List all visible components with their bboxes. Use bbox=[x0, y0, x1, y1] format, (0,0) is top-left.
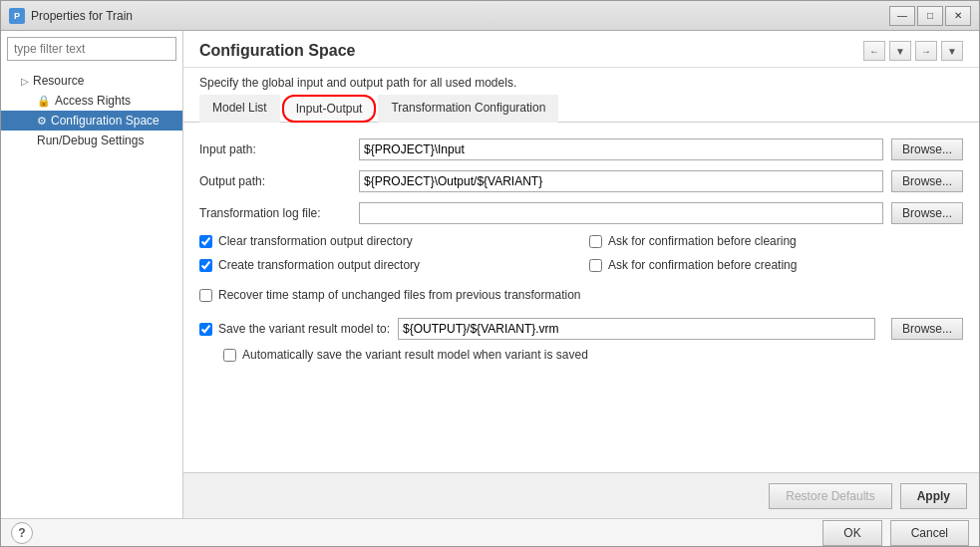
checkbox-create-output: Create transformation output directory bbox=[199, 258, 573, 272]
clear-output-checkbox[interactable] bbox=[199, 235, 212, 248]
ask-confirm-clear-label: Ask for confirmation before clearing bbox=[608, 234, 797, 248]
close-button[interactable]: ✕ bbox=[945, 6, 971, 26]
content-area: ▷ Resource 🔒 Access Rights ⚙ Configurati… bbox=[1, 31, 979, 518]
input-path-browse-button[interactable]: Browse... bbox=[891, 138, 963, 160]
tab-input-output[interactable]: Input-Output bbox=[282, 95, 377, 123]
input-path-input[interactable] bbox=[359, 138, 883, 160]
output-path-input[interactable] bbox=[359, 170, 883, 192]
save-variant-browse-button[interactable]: Browse... bbox=[891, 318, 963, 340]
output-path-label: Output path: bbox=[199, 174, 359, 188]
sidebar-item-label: Run/Debug Settings bbox=[37, 134, 144, 147]
cancel-button[interactable]: Cancel bbox=[890, 520, 969, 546]
nav-arrows: ← ▼ → ▼ bbox=[863, 41, 963, 61]
expand-icon: ▷ bbox=[21, 76, 29, 87]
sidebar-item-label: Resource bbox=[33, 74, 84, 88]
ok-button[interactable]: OK bbox=[822, 520, 881, 546]
auto-save-row: Automatically save the variant result mo… bbox=[199, 348, 963, 362]
ask-confirm-create-checkbox[interactable] bbox=[589, 259, 602, 272]
title-bar: P Properties for Train — □ ✕ bbox=[1, 1, 979, 31]
sidebar-item-label: Access Rights bbox=[55, 94, 131, 108]
sidebar-item-configuration-space[interactable]: ⚙ Configuration Space bbox=[1, 111, 182, 131]
tabs-bar: Model List Input-Output Transformation C… bbox=[183, 94, 979, 123]
tab-model-list[interactable]: Model List bbox=[199, 95, 280, 123]
panel-header: Configuration Space ← ▼ → ▼ bbox=[183, 31, 979, 68]
recover-timestamp-label: Recover time stamp of unchanged files fr… bbox=[218, 288, 581, 302]
checkbox-ask-confirm-create: Ask for confirmation before creating bbox=[589, 258, 963, 272]
panel-subtitle: Specify the global input and output path… bbox=[183, 68, 979, 94]
output-path-row: Output path: Browse... bbox=[199, 170, 963, 192]
checkbox-ask-confirm-clear: Ask for confirmation before clearing bbox=[589, 234, 963, 248]
window-title: Properties for Train bbox=[31, 9, 889, 23]
apply-button[interactable]: Apply bbox=[900, 483, 967, 509]
nav-forward-dropdown-button[interactable]: ▼ bbox=[941, 41, 963, 61]
transform-log-input[interactable] bbox=[359, 202, 883, 224]
nav-dropdown-button[interactable]: ▼ bbox=[889, 41, 911, 61]
tab-transformation-config[interactable]: Transformation Configuration bbox=[378, 95, 558, 123]
main-panel: Configuration Space ← ▼ → ▼ Specify the … bbox=[183, 31, 979, 518]
save-variant-label: Save the variant result model to: bbox=[218, 322, 390, 336]
recover-timestamp-checkbox[interactable] bbox=[199, 289, 212, 302]
transform-log-browse-button[interactable]: Browse... bbox=[891, 202, 963, 224]
clear-output-label: Clear transformation output directory bbox=[218, 234, 413, 248]
restore-defaults-button[interactable]: Restore Defaults bbox=[769, 483, 891, 509]
sidebar-item-resource[interactable]: ▷ Resource bbox=[1, 71, 182, 91]
checkboxes-grid: Clear transformation output directory As… bbox=[199, 234, 963, 278]
create-output-checkbox[interactable] bbox=[199, 259, 212, 272]
sidebar-item-label: Configuration Space bbox=[51, 114, 160, 128]
auto-save-checkbox[interactable] bbox=[223, 349, 236, 362]
panel-body: Input path: Browse... Output path: Brows… bbox=[183, 123, 979, 472]
input-path-label: Input path: bbox=[199, 142, 359, 156]
minimize-button[interactable]: — bbox=[889, 6, 915, 26]
bottom-bar: Restore Defaults Apply bbox=[183, 472, 979, 518]
window-controls: — □ ✕ bbox=[889, 6, 971, 26]
create-output-label: Create transformation output directory bbox=[218, 258, 420, 272]
output-path-browse-button[interactable]: Browse... bbox=[891, 170, 963, 192]
auto-save-label: Automatically save the variant result mo… bbox=[242, 348, 588, 362]
save-variant-row: Save the variant result model to: Browse… bbox=[199, 318, 963, 340]
help-button[interactable]: ? bbox=[11, 522, 33, 544]
sidebar-item-access-rights[interactable]: 🔒 Access Rights bbox=[1, 91, 182, 111]
checkbox-clear-output: Clear transformation output directory bbox=[199, 234, 573, 248]
nav-forward-button[interactable]: → bbox=[915, 41, 937, 61]
main-window: P Properties for Train — □ ✕ ▷ Resource … bbox=[0, 0, 980, 547]
panel-title: Configuration Space bbox=[199, 42, 355, 60]
final-buttons: OK Cancel bbox=[822, 520, 969, 546]
ask-confirm-create-label: Ask for confirmation before creating bbox=[608, 258, 797, 272]
recover-timestamp-row: Recover time stamp of unchanged files fr… bbox=[199, 288, 963, 302]
save-variant-checkbox[interactable] bbox=[199, 323, 212, 336]
maximize-button[interactable]: □ bbox=[917, 6, 943, 26]
save-checkbox-group: Save the variant result model to: bbox=[199, 322, 390, 336]
sidebar: ▷ Resource 🔒 Access Rights ⚙ Configurati… bbox=[1, 31, 183, 518]
sidebar-item-run-debug[interactable]: Run/Debug Settings bbox=[1, 131, 182, 150]
nav-back-button[interactable]: ← bbox=[863, 41, 885, 61]
input-path-row: Input path: Browse... bbox=[199, 138, 963, 160]
window-icon: P bbox=[9, 8, 25, 24]
config-space-icon: ⚙ bbox=[37, 115, 47, 128]
access-rights-icon: 🔒 bbox=[37, 95, 51, 108]
save-variant-input[interactable] bbox=[398, 318, 875, 340]
status-bar: ? OK Cancel bbox=[1, 518, 979, 546]
filter-input[interactable] bbox=[7, 37, 176, 61]
tree-area: ▷ Resource 🔒 Access Rights ⚙ Configurati… bbox=[1, 67, 182, 518]
ask-confirm-clear-checkbox[interactable] bbox=[589, 235, 602, 248]
transform-log-label: Transformation log file: bbox=[199, 206, 359, 220]
transform-log-row: Transformation log file: Browse... bbox=[199, 202, 963, 224]
